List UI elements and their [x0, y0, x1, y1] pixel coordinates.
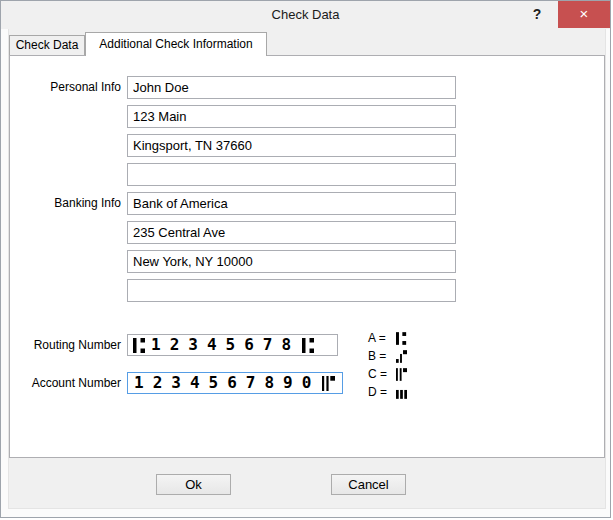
close-button[interactable]: ×	[558, 1, 610, 28]
personal-address-input[interactable]	[127, 105, 456, 128]
legend-key-label: D =	[368, 385, 394, 399]
legend-key-label: B =	[368, 349, 394, 363]
micr-on-us-icon	[396, 368, 407, 381]
micr-on-us-icon	[322, 376, 335, 391]
help-button[interactable]: ?	[524, 1, 550, 28]
personal-name-input[interactable]	[127, 76, 456, 99]
legend-row: C =	[368, 365, 409, 383]
account-number-label: Account Number	[1, 372, 121, 394]
account-number-input[interactable]: 1234567890	[127, 372, 343, 394]
bank-city-input[interactable]	[127, 250, 456, 273]
legend-key-label: C =	[368, 367, 394, 381]
routing-number-label: Routing Number	[1, 334, 121, 356]
tab-additional-check-information[interactable]: Additional Check Information	[85, 32, 267, 56]
bank-address-input[interactable]	[127, 221, 456, 244]
ok-button[interactable]: Ok	[156, 474, 231, 495]
legend-row: A =	[368, 329, 409, 347]
check-data-dialog: Check Data ? × Check Data Additional Che…	[0, 0, 611, 518]
micr-transit-icon	[302, 338, 315, 353]
routing-number-input[interactable]: 12345678	[127, 334, 338, 356]
micr-dash-icon	[396, 386, 407, 399]
personal-city-input[interactable]	[127, 134, 456, 157]
micr-digits: 1234567890	[134, 375, 320, 391]
dialog-title: Check Data	[1, 1, 610, 29]
bank-extra-input[interactable]	[127, 279, 456, 302]
personal-extra-input[interactable]	[127, 163, 456, 186]
cancel-button[interactable]: Cancel	[331, 474, 406, 495]
legend-row: B =	[368, 347, 409, 365]
tab-check-data[interactable]: Check Data	[9, 35, 85, 55]
legend-key-label: A =	[368, 331, 394, 345]
titlebar[interactable]: Check Data ? ×	[1, 1, 610, 29]
micr-transit-icon	[396, 332, 407, 345]
micr-symbol-legend: A =B =C =D =	[368, 329, 409, 401]
micr-digits: 12345678	[151, 337, 300, 353]
personal-info-label: Personal Info	[1, 76, 121, 99]
banking-info-label: Banking Info	[1, 192, 121, 215]
bank-name-input[interactable]	[127, 192, 456, 215]
micr-amount-icon	[396, 350, 407, 363]
micr-transit-icon	[133, 338, 146, 353]
legend-row: D =	[368, 383, 409, 401]
